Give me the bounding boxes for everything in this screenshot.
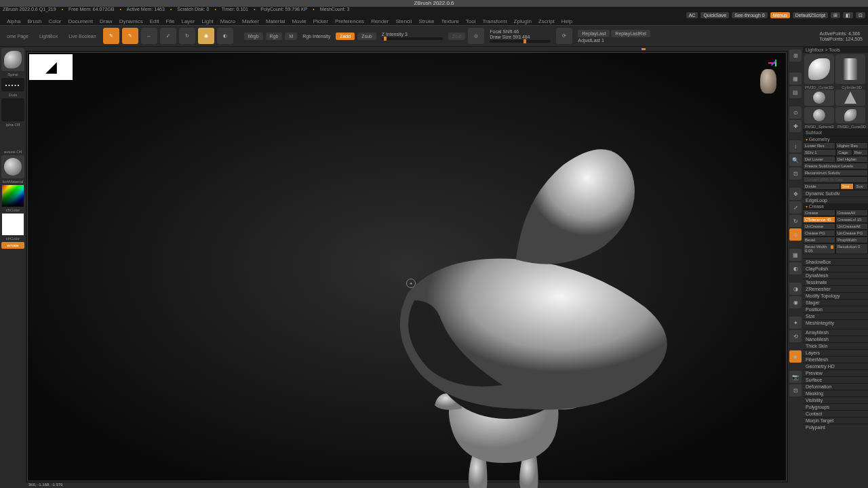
rgb-button[interactable]: Rgb	[266, 33, 283, 40]
arraymesh-header[interactable]: ArrayMesh	[803, 329, 868, 336]
surface-header[interactable]: Surface	[803, 376, 868, 383]
modify-topology-header[interactable]: Modify Topology	[803, 292, 868, 299]
geometry-header[interactable]: Geometry	[803, 136, 868, 142]
uncrease-all-button[interactable]: UnCreaseAll	[835, 223, 868, 230]
masking-header[interactable]: Masking	[803, 390, 868, 396]
lower-res-button[interactable]: Lower Res	[803, 142, 835, 149]
seethrough-slider[interactable]: See-through 0	[732, 12, 767, 18]
preview-header[interactable]: Preview	[803, 369, 868, 376]
replay-last-rel-button[interactable]: ReplayLastRel	[611, 30, 650, 37]
adjust-last-label[interactable]: AdjustLast 1	[578, 38, 650, 43]
lightbox-tab[interactable]: LightBox	[35, 34, 62, 39]
replay-last-button[interactable]: ReplayLast	[578, 30, 610, 37]
divide-button[interactable]: Divide	[803, 183, 840, 190]
menu-document[interactable]: Document	[68, 18, 93, 25]
tool-thumb-active[interactable]	[804, 54, 834, 84]
crease-button[interactable]: Crease	[803, 209, 835, 216]
switch-color-label[interactable]: chColor	[6, 208, 20, 212]
tool-thumb-cone[interactable]	[835, 89, 865, 106]
layout-icon[interactable]: ⊞	[831, 12, 840, 18]
menu-marker[interactable]: Marker	[242, 18, 259, 25]
menus-button[interactable]: Menus	[770, 12, 790, 18]
crease-lvl-slider[interactable]: CreaseLvl 15	[835, 216, 868, 223]
transp-icon[interactable]: ◐	[789, 262, 802, 274]
dynamic-subdiv-header[interactable]: Dynamic Subdiv	[803, 190, 868, 197]
edit-mode-button[interactable]: ✎	[103, 28, 119, 44]
solo-icon[interactable]: ◉	[789, 296, 802, 308]
contact-header[interactable]: Contact	[803, 410, 868, 417]
tessimate-header[interactable]: Tessimate	[803, 279, 868, 285]
menu-movie[interactable]: Movie	[292, 18, 306, 25]
scroll-icon[interactable]: ↕	[789, 140, 802, 152]
menu-color[interactable]: Color	[48, 18, 61, 25]
crease-all-button[interactable]: CreaseAll	[835, 209, 868, 216]
menu-dynamics[interactable]: Dynamics	[119, 18, 143, 25]
uncrease-pg-button[interactable]: UnCrease PG	[835, 230, 868, 237]
camera-icon[interactable]: 📷	[789, 371, 802, 383]
edgeloop-header[interactable]: EdgeLoop	[803, 197, 868, 203]
menu-draw[interactable]: Draw	[100, 18, 113, 25]
expand-icon[interactable]: ⊡	[856, 12, 865, 18]
tool-thumb-sphere1[interactable]	[804, 89, 834, 106]
fibermesh-header[interactable]: FiberMesh	[803, 356, 868, 363]
fit-icon[interactable]: ⊡	[789, 167, 802, 180]
zsub-button[interactable]: Zsub	[357, 33, 376, 40]
perspective-icon[interactable]: ▦	[789, 73, 802, 85]
focal-shift-slider[interactable]: Focal Shift 46 Draw Size 593.484	[487, 29, 553, 43]
menu-zscript[interactable]: Zscript	[538, 18, 555, 25]
ac-button[interactable]: AC	[686, 12, 698, 18]
xpose-icon[interactable]: ✦	[789, 317, 802, 329]
thickskin-header[interactable]: Thick Skin	[803, 342, 868, 349]
menu-texture[interactable]: Texture	[441, 18, 459, 25]
dynamesh-header[interactable]: DynaMesh	[803, 272, 868, 279]
menu-zplugin[interactable]: Zplugin	[514, 18, 532, 25]
freeze-subdiv-button[interactable]: Freeze SubDivision Levels	[803, 163, 868, 169]
axis-icon[interactable]: ✚	[789, 120, 802, 132]
geometry-hd-header[interactable]: Geometry HD	[803, 363, 868, 369]
uncrease-button[interactable]: UnCrease	[803, 223, 835, 230]
z-intensity-slider[interactable]: Z Intensity 3	[379, 32, 446, 40]
shadowbox-header[interactable]: ShadowBox	[803, 258, 868, 265]
convert-bpr-button[interactable]: Convert BPR To Geo	[803, 176, 868, 183]
brush-thumb[interactable]	[1, 48, 24, 71]
stroke-thumb[interactable]: •••••	[1, 78, 24, 92]
quicksave-button[interactable]: QuickSave	[701, 12, 729, 18]
home-page-tab[interactable]: ome Page	[3, 34, 33, 39]
m-button[interactable]: M	[285, 33, 297, 40]
color-picker[interactable]	[2, 185, 24, 207]
active-tool-icon[interactable]: ■	[789, 350, 802, 363]
subtool-header[interactable]: Subtool	[803, 129, 868, 136]
nanomesh-header[interactable]: NanoMesh	[803, 336, 868, 342]
canvas-top-bar[interactable]	[26, 47, 788, 51]
gizmo-button[interactable]: ◉	[198, 28, 214, 44]
del-lower-button[interactable]: Del Lower	[803, 156, 835, 163]
history-icon[interactable]: ⟲	[789, 330, 802, 342]
scale-mode-button[interactable]: ⤢	[160, 28, 176, 44]
smt-button[interactable]: Smt	[840, 183, 854, 190]
menu-light[interactable]: Light	[201, 18, 213, 25]
menu-stencil[interactable]: Stencil	[395, 18, 412, 25]
xyz-icon[interactable]: ⊕	[789, 228, 802, 241]
visibility-header[interactable]: Visibility	[803, 396, 868, 403]
alternate-button[interactable]: ernate	[1, 242, 24, 249]
menu-material[interactable]: Material	[266, 18, 285, 25]
local-icon[interactable]: ⊙	[789, 106, 802, 119]
snapshot-icon[interactable]: ⊡	[789, 384, 802, 396]
bevel-width-slider[interactable]: Bevel Width 0.05	[803, 243, 835, 254]
del-higher-button[interactable]: Del Higher	[835, 156, 868, 163]
nav-head-icon[interactable]	[760, 69, 776, 94]
sculptris-button[interactable]: ◐	[217, 28, 233, 44]
menu-transform[interactable]: Transform	[482, 18, 507, 25]
morph-target-header[interactable]: Morph Target	[803, 417, 868, 424]
zadd-button[interactable]: Zadd	[336, 33, 355, 40]
position-header[interactable]: Position	[803, 306, 868, 312]
menu-preferences[interactable]: Preferences	[335, 18, 364, 25]
default-zscript-button[interactable]: DefaultZScript	[793, 12, 828, 18]
meshintegrity-header[interactable]: MeshIntegrity	[803, 319, 868, 326]
ghost-icon[interactable]: ◑	[789, 283, 802, 295]
draw-mode-button[interactable]: ✎	[122, 28, 138, 44]
reconstruct-button[interactable]: Reconstruct Subdiv	[803, 169, 868, 176]
deformation-header[interactable]: Deformation	[803, 383, 868, 390]
size-header[interactable]: Size	[803, 312, 868, 319]
live-boolean-button[interactable]: Live Boolean	[64, 34, 100, 39]
